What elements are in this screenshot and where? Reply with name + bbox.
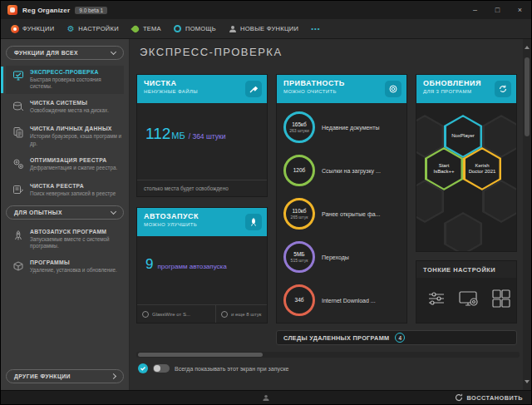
autostart-footer-app[interactable]: GlassWire от S... — [137, 305, 215, 323]
updates-hex-grid: NoxPlayer Start IsBack++ Kerish Doctor 2… — [416, 103, 516, 251]
autostart-count-value: 9 — [145, 256, 153, 273]
minimize-button[interactable]: – — [464, 1, 486, 19]
app-window: Reg Organizer 9.0 beta 1 – □ × ФУНКЦИИ ⚙… — [0, 0, 532, 405]
title-bar: Reg Organizer 9.0 beta 1 – □ × — [1, 1, 531, 19]
scroll-up-icon[interactable] — [525, 46, 530, 49]
package-icon — [12, 259, 25, 275]
sidebar-section-for-all[interactable]: ФУНКЦИИ ДЛЯ ВСЕХ — [6, 46, 124, 60]
autostart-footer-more[interactable]: и еще 8 штук — [215, 305, 267, 323]
privacy-ring: 120б — [283, 155, 315, 186]
startup-toggle-switch[interactable] — [153, 364, 170, 373]
fine-settings-card[interactable]: ТОНКИЕ НАСТРОЙКИ — [416, 260, 517, 324]
privacy-row-recent-docs[interactable]: 165кб 263 штуки Недавние документы — [277, 103, 406, 146]
menu-more-icon[interactable]: ••• — [311, 25, 320, 32]
check-circle-icon — [138, 363, 148, 373]
sidebar-item-registry-cleanup[interactable]: ЧИСТКА РЕЕСТРА Поиск неверных записей в … — [6, 180, 124, 203]
sidebar-section-advanced[interactable]: ДЛЯ ОПЫТНЫХ — [6, 205, 124, 220]
restore-button[interactable]: ВОССТАНОВИТЬ — [455, 390, 531, 405]
cleanup-size-unit: МБ — [171, 131, 185, 141]
sidebar-item-express-check[interactable]: ЭКСПРЕСС-ПРОВЕРКА Быстрая проверка состо… — [6, 66, 124, 94]
help-icon — [174, 25, 182, 33]
vertical-scrollbar[interactable] — [523, 39, 531, 390]
privacy-ring: 165кб 263 штуки — [283, 111, 315, 143]
autostart-card[interactable]: АВТОЗАПУСК МОЖНО УЛУЧШИТЬ 9 программ авт… — [136, 207, 268, 324]
horizontal-scrollbar-thumb[interactable] — [138, 353, 263, 357]
sidebar-item-programs[interactable]: ПРОГРАММЫ Удаление, установка и обновлен… — [6, 256, 124, 279]
autostart-card-header[interactable]: АВТОЗАПУСК МОЖНО УЛУЧШИТЬ — [137, 208, 267, 236]
sliders-icon[interactable] — [426, 289, 446, 312]
app-circle-icon — [142, 311, 149, 318]
cleanup-caption: столько места будет освобождено — [137, 180, 267, 196]
functions-icon — [11, 25, 19, 33]
privacy-card[interactable]: ПРИВАТНОСТЬ МОЖНО ОЧИСТИТЬ 165кб 263 шту… — [276, 74, 407, 324]
hexagon-empty — [444, 212, 482, 251]
scroll-down-icon[interactable] — [525, 380, 530, 383]
version-badge: 9.0 beta 1 — [75, 7, 107, 14]
sidebar-item-private-data[interactable]: ЧИСТКА ЛИЧНЫХ ДАННЫХ Истории браузеров, … — [6, 122, 124, 151]
sidebar: ФУНКЦИИ ДЛЯ ВСЕХ ЭКСПРЕСС-ПРОВЕРКА Быстр… — [1, 39, 130, 390]
menu-bar: ФУНКЦИИ ⚙ НАСТРОЙКИ ТЕМА ПОМОЩЬ НОВЫЕ ФУ… — [1, 19, 531, 39]
close-button[interactable]: × — [509, 1, 531, 19]
gears-icon — [12, 157, 25, 173]
privacy-card-header[interactable]: ПРИВАТНОСТЬ МОЖНО ОЧИСТИТЬ — [277, 75, 406, 103]
gear-icon: ⚙ — [66, 25, 75, 33]
privacy-ring: 34б — [283, 284, 315, 316]
main-content: ЭКСПРЕСС-ПРОВЕРКА ЧИСТКА НЕНУЖНЫЕ ФАЙЛЫ … — [130, 39, 531, 390]
updates-card[interactable]: ОБНОВЛЕНИЯ ДЛЯ 3 ПРОГРАММ NoxPlayer Star… — [416, 74, 517, 252]
documents-icon — [12, 126, 25, 146]
menu-new-functions[interactable]: НОВЫЕ ФУНКЦИИ — [229, 25, 298, 33]
display-settings-icon[interactable] — [458, 289, 480, 312]
sidebar-item-desc: Быстрая проверка состояния системы. — [30, 77, 122, 90]
privacy-row-jumps[interactable]: 5МБ 515 штук Переходы — [277, 233, 406, 276]
startup-toggle-row: Всегда показывать этот экран при запуске — [138, 363, 288, 373]
traces-count-badge: 4 — [395, 333, 405, 343]
sidebar-item-system-cleanup[interactable]: ЧИСТКА СИСТЕМЫ Освобождение места на дис… — [6, 96, 124, 120]
more-circle-icon — [221, 311, 228, 318]
cleanup-card-header[interactable]: ЧИСТКА НЕНУЖНЫЕ ФАЙЛЫ — [137, 75, 267, 103]
app-body: ФУНКЦИИ ДЛЯ ВСЕХ ЭКСПРЕСС-ПРОВЕРКА Быстр… — [1, 39, 531, 390]
privacy-row-download-links[interactable]: 120б Ссылки на загрузку ... — [277, 146, 406, 190]
chevron-right-icon — [111, 373, 116, 379]
monitor-check-icon — [12, 69, 25, 90]
menu-settings[interactable]: ⚙ НАСТРОЙКИ — [66, 25, 119, 33]
autostart-count-label: программ автозапуска — [157, 263, 226, 270]
app-logo-icon — [7, 5, 17, 15]
theme-icon — [131, 25, 140, 33]
sidebar-item-title: ЭКСПРЕСС-ПРОВЕРКА — [30, 69, 122, 75]
menu-functions[interactable]: ФУНКЦИИ — [11, 25, 54, 33]
deleted-programs-traces-button[interactable]: СЛЕДЫ УДАЛЕННЫХ ПРОГРАММ 4 — [276, 330, 517, 345]
rocket-badge-icon — [245, 214, 262, 230]
rocket-icon — [12, 229, 25, 249]
brush-icon — [245, 81, 262, 97]
vertical-scrollbar-thumb[interactable] — [525, 57, 530, 136]
privacy-ring: 5МБ 515 штук — [283, 241, 315, 273]
cleanup-card[interactable]: ЧИСТКА НЕНУЖНЫЕ ФАЙЛЫ 112 МБ / 364 штуки… — [136, 74, 268, 197]
chevron-down-icon — [111, 49, 116, 55]
disk-broom-icon — [12, 100, 25, 116]
status-bar: ВОССТАНОВИТЬ — [1, 390, 531, 404]
registry-brush-icon — [12, 183, 25, 199]
sidebar-item-autostart[interactable]: АВТОЗАПУСК ПРОГРАММ Запускаемые вместе с… — [6, 225, 124, 254]
page-title: ЭКСПРЕСС-ПРОВЕРКА — [140, 46, 283, 58]
cleanup-size-value: 112 — [145, 125, 170, 143]
update-arrows-icon — [495, 81, 511, 97]
fine-settings-title: ТОНКИЕ НАСТРОЙКИ — [416, 261, 516, 278]
apps-grid-icon[interactable] — [491, 289, 511, 312]
restore-icon — [455, 390, 463, 405]
startup-toggle-label: Всегда показывать этот экран при запуске — [175, 366, 288, 372]
cleanup-items-count: / 364 штуки — [189, 132, 226, 141]
menu-help[interactable]: ПОМОЩЬ — [174, 25, 216, 33]
window-title: Reg Organizer — [22, 7, 70, 14]
updates-card-header[interactable]: ОБНОВЛЕНИЯ ДЛЯ 3 ПРОГРАММ — [416, 75, 516, 103]
horizontal-scrollbar[interactable] — [136, 352, 520, 358]
maximize-button[interactable]: □ — [486, 1, 509, 19]
person-icon — [229, 25, 237, 33]
chevron-down-icon — [111, 209, 116, 215]
menu-theme[interactable]: ТЕМА — [131, 25, 161, 33]
user-icon[interactable] — [263, 390, 270, 405]
sidebar-section-other[interactable]: ДРУГИЕ ФУНКЦИИ — [6, 369, 124, 383]
privacy-row-opened-files[interactable]: 110кб 265 штук Ранее открытые фа... — [277, 190, 406, 233]
window-controls: – □ × — [464, 1, 531, 19]
privacy-row-idm[interactable]: 34б Internet Download ... — [277, 276, 406, 319]
sidebar-item-registry-optimize[interactable]: ОПТИМИЗАЦИЯ РЕЕСТРА Дефрагментация и сжа… — [6, 154, 124, 177]
